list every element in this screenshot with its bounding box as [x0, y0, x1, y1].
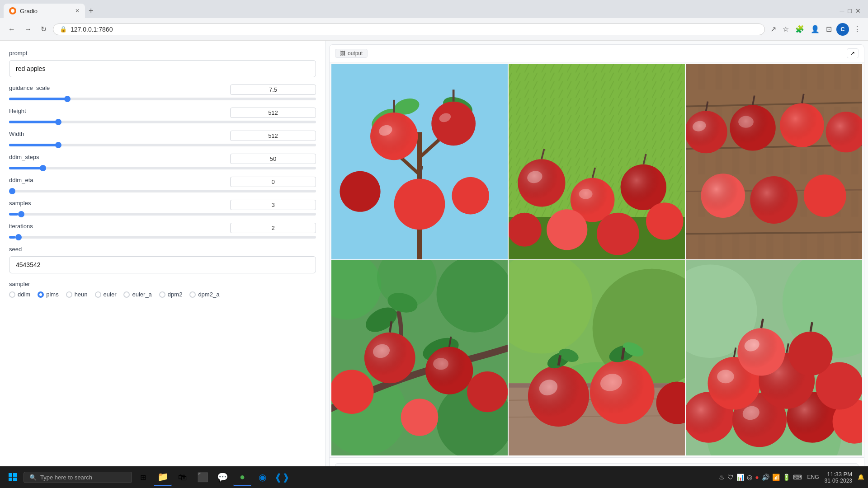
- start-button[interactable]: [4, 468, 22, 486]
- split-view-button[interactable]: ⊡: [824, 23, 834, 35]
- ddim-steps-slider[interactable]: [9, 167, 316, 169]
- radio-ddim[interactable]: [9, 291, 15, 298]
- ddim-eta-value[interactable]: [230, 177, 316, 187]
- profile-button[interactable]: 👤: [809, 23, 821, 35]
- prompt-label: prompt: [9, 50, 316, 56]
- clock-date: 31-05-2023: [825, 478, 852, 484]
- ddim-steps-value[interactable]: [230, 154, 316, 164]
- svg-point-13: [452, 177, 489, 215]
- svg-point-31: [646, 202, 684, 240]
- sampler-dpm2-a[interactable]: dpm2_a: [189, 291, 219, 298]
- notification-button[interactable]: 🔔: [858, 474, 864, 480]
- maximize-button[interactable]: □: [848, 7, 852, 14]
- taskbar-clock[interactable]: 11:33 PM 31-05-2023: [825, 471, 852, 484]
- height-label: Height: [9, 108, 26, 114]
- sampler-heun[interactable]: heun: [66, 291, 88, 298]
- height-slider[interactable]: [9, 121, 316, 123]
- file-explorer-button[interactable]: 📁: [154, 468, 172, 486]
- radio-dpm2-a[interactable]: [189, 291, 196, 298]
- radio-heun[interactable]: [66, 291, 72, 298]
- chrome-button[interactable]: ●: [233, 468, 251, 486]
- back-button[interactable]: ←: [5, 23, 18, 35]
- right-panel: 🖼 output ↗: [326, 41, 868, 488]
- url-text: 127.0.0.1:7860: [71, 26, 113, 33]
- svg-rect-131: [9, 473, 12, 477]
- close-button[interactable]: ✕: [855, 7, 861, 14]
- guidance-scale-slider[interactable]: [9, 98, 316, 100]
- sampler-section: sampler ddim plms heun euler: [9, 281, 316, 298]
- bookmark-button[interactable]: ☆: [781, 23, 791, 35]
- main-content: prompt guidance_scale Height: [0, 41, 868, 488]
- sampler-ddim[interactable]: ddim: [9, 291, 30, 298]
- radio-plms[interactable]: [38, 291, 44, 298]
- image-grid: [331, 64, 862, 455]
- tab-close-button[interactable]: ✕: [75, 8, 80, 14]
- network-icon[interactable]: 📶: [772, 474, 780, 481]
- vscode-button[interactable]: ❰❱: [273, 468, 291, 486]
- samples-value[interactable]: [230, 200, 316, 210]
- terminal-button[interactable]: ⬛: [193, 468, 212, 486]
- edge-button[interactable]: ◉: [253, 468, 271, 486]
- svg-rect-132: [13, 473, 17, 477]
- guidance-scale-value[interactable]: [230, 84, 316, 95]
- prompt-section: prompt: [9, 50, 316, 77]
- menu-button[interactable]: ⋮: [852, 23, 863, 35]
- extensions-button[interactable]: 🧩: [793, 23, 806, 35]
- steam-icon: ♨: [719, 474, 725, 481]
- task-view-button[interactable]: ⊞: [134, 468, 152, 486]
- iterations-value[interactable]: [230, 223, 316, 233]
- bookmark-share-button[interactable]: ↗: [769, 23, 778, 35]
- forward-button[interactable]: →: [22, 23, 34, 35]
- svg-point-77: [331, 370, 374, 414]
- radio-dpm2[interactable]: [159, 291, 165, 298]
- ddim-eta-label: ddim_eta: [9, 177, 33, 183]
- width-header: Width: [9, 131, 316, 141]
- svg-rect-39: [686, 64, 862, 259]
- new-tab-button[interactable]: +: [85, 5, 97, 17]
- user-avatar[interactable]: C: [836, 23, 849, 36]
- prompt-input[interactable]: [9, 60, 316, 77]
- volume-icon[interactable]: 🔊: [762, 474, 769, 481]
- svg-point-45: [686, 111, 727, 153]
- sampler-euler-a[interactable]: euler_a: [123, 291, 151, 298]
- height-section: Height: [9, 108, 316, 123]
- svg-point-95: [590, 360, 655, 424]
- chromium-icon: ◎: [747, 474, 752, 481]
- nav-actions: ↗ ☆ 🧩 👤 ⊡ C ⋮: [769, 23, 863, 36]
- samples-slider[interactable]: [9, 213, 316, 216]
- radio-euler[interactable]: [95, 291, 101, 298]
- iterations-slider[interactable]: [9, 236, 316, 239]
- refresh-button[interactable]: ↻: [38, 23, 49, 35]
- sampler-radio-group: ddim plms heun euler euler_a: [9, 291, 316, 298]
- ddim-steps-section: ddim_steps: [9, 154, 316, 169]
- width-slider[interactable]: [9, 144, 316, 146]
- seed-section: seed: [9, 246, 316, 273]
- output-panel: 🖼 output ↗: [329, 44, 864, 484]
- svg-point-93: [528, 366, 589, 427]
- language-indicator: ENG: [807, 474, 819, 480]
- sampler-plms[interactable]: plms: [38, 291, 58, 298]
- image-cell-6: [686, 260, 862, 455]
- width-value[interactable]: [230, 131, 316, 141]
- tab-favicon: [9, 7, 16, 14]
- height-value[interactable]: [230, 108, 316, 118]
- sampler-dpm2[interactable]: dpm2: [159, 291, 183, 298]
- active-tab[interactable]: Gradio ✕: [4, 4, 85, 18]
- seed-label: seed: [9, 246, 316, 253]
- taskbar-search[interactable]: 🔍 Type here to search: [24, 472, 132, 483]
- svg-point-78: [467, 371, 508, 412]
- seed-input[interactable]: [9, 256, 316, 273]
- search-placeholder: Type here to search: [40, 474, 92, 481]
- address-bar[interactable]: 🔒 127.0.0.1:7860: [53, 23, 765, 35]
- samples-section: samples: [9, 200, 316, 216]
- svg-point-11: [394, 179, 445, 230]
- store-button[interactable]: 🛍: [174, 468, 192, 486]
- expand-button[interactable]: ↗: [847, 48, 859, 58]
- whatsapp-button[interactable]: 💬: [213, 468, 231, 486]
- ddim-eta-slider[interactable]: [9, 190, 316, 192]
- minimize-button[interactable]: ─: [840, 7, 844, 14]
- radio-euler-a[interactable]: [123, 291, 130, 298]
- battery-icon[interactable]: 🔋: [783, 474, 790, 481]
- image-cell-5: [509, 260, 685, 455]
- sampler-euler[interactable]: euler: [95, 291, 117, 298]
